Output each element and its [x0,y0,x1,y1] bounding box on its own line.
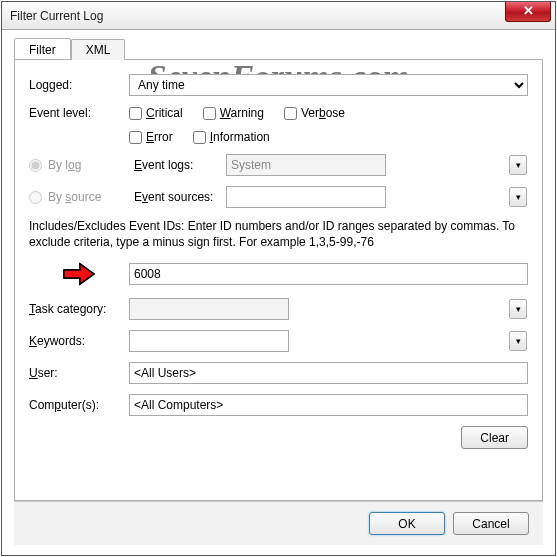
event-logs-dropdown-icon: ▾ [509,155,527,175]
verbose-checkbox[interactable]: Verbose [284,106,345,120]
keywords-combo[interactable] [129,330,289,352]
filter-panel: Logged: Any time Event level: Critical W… [14,60,543,501]
event-sources-label: Event sources: [134,190,226,204]
event-id-help-text: Includes/Excludes Event IDs: Enter ID nu… [29,218,528,250]
task-category-dropdown-icon: ▾ [509,299,527,319]
tabstrip: Filter XML [14,38,543,60]
client-area: SevenForums.com Filter XML Logged: Any t… [2,30,555,555]
by-source-radio [29,191,42,204]
event-logs-label: Event logs: [134,158,226,172]
event-sources-combo[interactable] [226,186,386,208]
red-arrow-icon [29,262,129,286]
by-log-label: By log [48,158,134,172]
keywords-dropdown-icon[interactable]: ▾ [509,331,527,351]
dialog-footer: OK Cancel [14,501,543,545]
by-log-radio [29,159,42,172]
logged-select[interactable]: Any time [129,74,528,96]
user-input[interactable] [129,362,528,384]
tab-xml[interactable]: XML [71,39,126,60]
computers-input[interactable] [129,394,528,416]
event-level-label: Event level: [29,106,129,120]
computers-label: Computer(s): [29,398,129,412]
event-logs-combo [226,154,386,176]
user-label: User: [29,366,129,380]
event-sources-dropdown-icon[interactable]: ▾ [509,187,527,207]
titlebar[interactable]: Filter Current Log ✕ [2,2,555,30]
keywords-label: Keywords: [29,334,129,348]
clear-button[interactable]: Clear [461,426,528,449]
critical-checkbox[interactable]: Critical [129,106,183,120]
task-category-label: Task category: [29,302,129,316]
tab-filter[interactable]: Filter [14,38,71,59]
filter-dialog: Filter Current Log ✕ SevenForums.com Fil… [1,1,556,556]
warning-checkbox[interactable]: Warning [203,106,264,120]
by-source-label: By source [48,190,134,204]
close-button[interactable]: ✕ [505,2,551,22]
error-checkbox[interactable]: Error [129,130,173,144]
logged-label: Logged: [29,78,129,92]
information-checkbox[interactable]: Information [193,130,270,144]
event-id-input[interactable] [129,263,528,285]
window-title: Filter Current Log [10,9,103,23]
task-category-combo [129,298,289,320]
cancel-button[interactable]: Cancel [453,512,529,535]
ok-button[interactable]: OK [369,512,445,535]
